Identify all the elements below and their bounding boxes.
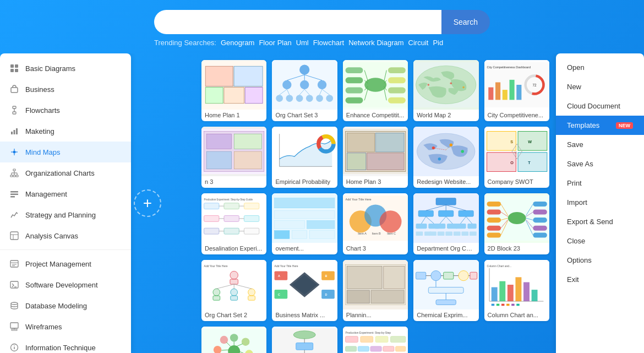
template-world-map[interactable]: World Map 2 — [413, 60, 478, 121]
right-panel-label: Cloud Document — [567, 102, 620, 110]
svg-rect-220 — [533, 218, 547, 222]
svg-point-268 — [459, 270, 468, 280]
svg-rect-331 — [383, 346, 394, 351]
template-life-plan[interactable]: Production Experiment: Step-by-Step — [343, 327, 408, 353]
right-panel-print[interactable]: Print — [556, 173, 644, 193]
right-panel-new[interactable]: New — [556, 77, 644, 96]
svg-rect-265 — [416, 272, 426, 279]
svg-rect-203 — [416, 232, 423, 236]
svg-rect-329 — [358, 346, 369, 351]
sidebar-item-canvas[interactable]: Analysis Canvas — [0, 225, 131, 246]
svg-rect-53 — [234, 66, 263, 86]
template-2d-block[interactable]: 2D Block 23 — [484, 193, 549, 254]
template-business-matrix[interactable]: Add Your Title Here A B C — [272, 260, 337, 321]
search-input[interactable] — [154, 10, 441, 34]
template-home-plan-1[interactable]: Home Plan 1 — [201, 60, 266, 121]
sidebar-label: Business — [25, 85, 54, 94]
template-label: n 3 — [201, 176, 266, 188]
right-panel-cloud[interactable]: Cloud Document — [556, 96, 644, 116]
svg-point-235 — [230, 271, 238, 279]
template-home-plan-3[interactable]: Home Plan 3 — [343, 127, 408, 188]
template-label: Company SWOT — [484, 176, 549, 188]
svg-rect-38 — [10, 323, 18, 328]
right-panel-close[interactable]: Close — [556, 231, 644, 251]
trending-uml[interactable]: Uml — [296, 39, 309, 47]
svg-rect-2 — [10, 69, 14, 72]
trending-network[interactable]: Network Diagram — [348, 39, 403, 47]
sidebar-item-wireframes[interactable]: Wireframes — [0, 316, 131, 337]
template-plan[interactable]: Plannin... — [343, 260, 408, 321]
trending-flowchart[interactable]: Flowchart — [313, 39, 344, 47]
template-label: Column Chart an... — [484, 309, 549, 321]
template-dept-org[interactable]: Department Org Chart — [413, 193, 478, 254]
template-org-set2[interactable]: Add Your Title Here — [201, 260, 266, 321]
sidebar-item-marketing[interactable]: Maketing — [0, 121, 131, 142]
svg-text:A: A — [278, 274, 280, 278]
sidebar-item-info[interactable]: Information Technique — [0, 337, 131, 353]
template-enhance[interactable]: Enhance Competitit... — [343, 60, 408, 121]
sidebar-item-flowcharts[interactable]: Flowcharts — [0, 100, 131, 121]
svg-rect-1 — [15, 64, 18, 68]
sidebar-item-org[interactable]: Organizational Charts — [0, 162, 131, 183]
template-english-parts[interactable]: English Part Of Sp... — [201, 327, 266, 353]
svg-rect-240 — [231, 296, 238, 300]
svg-rect-158 — [204, 228, 219, 234]
sidebar-item-strategy[interactable]: Strategy and Planning — [0, 204, 131, 225]
sidebar-item-basic[interactable]: Basic Diagrams — [0, 58, 131, 79]
template-chemical[interactable]: Chemical Exprim... — [413, 260, 478, 321]
sidebar-label: Maketing — [25, 127, 54, 135]
sidebar-label: Database Modeling — [25, 302, 87, 310]
svg-rect-5 — [13, 106, 16, 108]
svg-rect-26 — [10, 194, 18, 195]
sidebar: Basic Diagrams Business — [0, 53, 131, 353]
sidebar-item-business[interactable]: Business — [0, 79, 131, 100]
template-empirical[interactable]: Empirical Probability — [272, 127, 337, 188]
right-panel-exit[interactable]: Exit — [556, 270, 644, 289]
svg-rect-187 — [459, 210, 473, 216]
template-column-chart[interactable]: Column Chart and... — [484, 260, 549, 321]
trending-genogram[interactable]: Genogram — [221, 39, 254, 47]
right-panel-options[interactable]: Options — [556, 251, 644, 270]
template-city[interactable]: City Competitiveness Dashboard 72 — [484, 60, 549, 121]
trending-floorplan[interactable]: Floor Plan — [259, 39, 291, 47]
template-swot[interactable]: S W O T W Company SWOT — [484, 127, 549, 188]
template-ovement[interactable]: ovement... — [272, 193, 337, 254]
svg-rect-156 — [224, 215, 239, 221]
template-redesign[interactable]: Redesign Website... — [413, 127, 478, 188]
template-n3[interactable]: n 3 — [201, 127, 266, 188]
template-flowchart-sample[interactable]: Flowchart Sample — [272, 327, 337, 353]
right-panel-save-as[interactable]: Save As — [556, 154, 644, 173]
trending-circuit[interactable]: Circuit — [408, 39, 429, 47]
sidebar-item-management[interactable]: Management — [0, 183, 131, 204]
right-panel-templates[interactable]: Templates NEW — [556, 116, 644, 135]
svg-rect-238 — [213, 296, 220, 300]
template-chart3[interactable]: Add Your Title Here Item A Item B Item C… — [343, 193, 408, 254]
template-label: Chemical Exprim... — [413, 309, 478, 321]
svg-rect-262 — [371, 290, 404, 303]
template-org-chart-3[interactable]: Org Chart Set 3 — [272, 60, 337, 121]
template-desalination[interactable]: Production Experiment: Step-by-Step Guid… — [201, 193, 266, 254]
sidebar-item-software[interactable]: Software Development — [0, 274, 131, 295]
right-panel-export[interactable]: Export & Send — [556, 212, 644, 231]
svg-rect-157 — [244, 215, 259, 221]
database-icon — [9, 300, 20, 311]
search-button[interactable]: Search — [441, 10, 490, 34]
svg-rect-267 — [444, 272, 454, 279]
trending-pid[interactable]: Pid — [433, 39, 443, 47]
right-panel-save[interactable]: Save — [556, 135, 644, 154]
right-panel-open[interactable]: Open — [556, 58, 644, 77]
sidebar-item-mindmaps[interactable]: Mind Maps — [0, 142, 131, 162]
right-panel-import[interactable]: Import — [556, 193, 644, 212]
sidebar-item-project[interactable]: Project Management — [0, 253, 131, 274]
svg-point-266 — [431, 270, 441, 280]
chart-icon — [9, 126, 20, 137]
svg-text:Production Experiment: Step-by: Production Experiment: Step-by-Step — [345, 331, 391, 334]
sidebar-item-database[interactable]: Database Modeling — [0, 295, 131, 316]
svg-rect-290 — [501, 304, 504, 306]
new-diagram-button[interactable]: + — [134, 189, 161, 217]
svg-rect-221 — [533, 226, 547, 231]
sidebar-divider — [0, 249, 131, 250]
right-panel-label: Print — [567, 179, 582, 187]
svg-text:T: T — [528, 160, 531, 165]
strategy-icon — [9, 209, 20, 220]
